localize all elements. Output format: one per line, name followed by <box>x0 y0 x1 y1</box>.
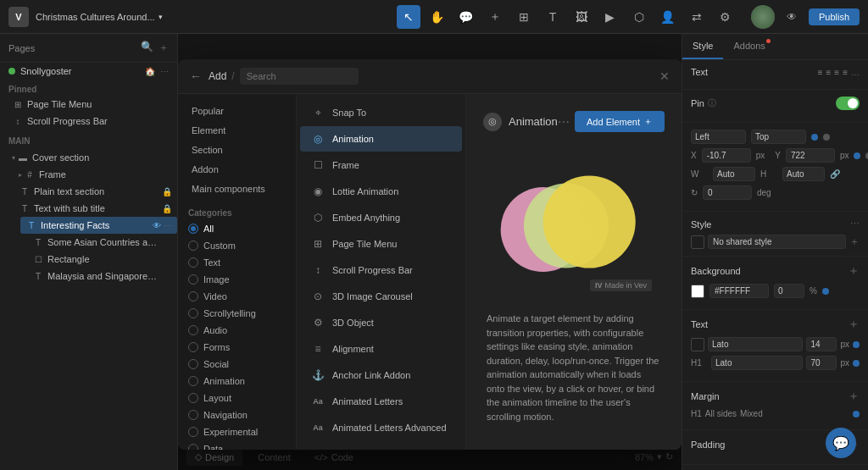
title-chevron-icon[interactable]: ▾ <box>159 13 163 21</box>
style-add-icon[interactable]: ＋ <box>849 235 860 249</box>
addons-tab[interactable]: Addons <box>723 34 775 59</box>
font-color-swatch[interactable] <box>691 338 704 351</box>
y-input[interactable] <box>786 148 835 163</box>
style-select[interactable]: No shared style <box>708 235 846 249</box>
nav-element[interactable]: Element <box>181 121 292 140</box>
x-input[interactable] <box>702 148 751 163</box>
nav-addon[interactable]: Addon <box>181 160 292 179</box>
w-input[interactable] <box>713 167 755 181</box>
add-element-button[interactable]: Add Element ＋ <box>575 111 665 132</box>
list-lottie[interactable]: ◉ Lottie Animation <box>300 179 462 204</box>
cat-data[interactable]: Data <box>178 440 296 450</box>
grid-tool[interactable]: ⊞ <box>512 5 536 29</box>
eye-icon[interactable]: 👁 <box>153 221 161 230</box>
add-tool[interactable]: ＋ <box>483 5 507 29</box>
cat-animation[interactable]: Animation <box>178 373 296 390</box>
cat-audio[interactable]: Audio <box>178 322 296 339</box>
tree-interesting-facts[interactable]: T Interesting Facts 👁 ⋯ <box>20 217 177 234</box>
page-item[interactable]: Snollygoster 🏠 ⋯ <box>0 63 177 80</box>
add-page-icon[interactable]: ＋ <box>159 41 169 55</box>
hand-tool[interactable]: ✋ <box>426 5 449 29</box>
style-more-icon[interactable]: ⋯ <box>850 218 860 229</box>
align-left-icon[interactable]: ≡ <box>818 68 823 77</box>
more-text-icon[interactable]: … <box>851 68 860 77</box>
tree-frame[interactable]: ▸ # Frame <box>14 166 177 183</box>
bg-opacity-input[interactable] <box>774 284 804 298</box>
font-size-2[interactable] <box>806 356 837 370</box>
list-anchor[interactable]: ⚓ Anchor Link Addon <box>300 362 462 388</box>
chat-bubble[interactable]: 💬 <box>826 428 856 458</box>
arrows-tool[interactable]: ⇄ <box>685 5 709 29</box>
align-right-icon[interactable]: ≡ <box>834 68 839 77</box>
bg-color-swatch[interactable] <box>691 285 704 298</box>
page-more-icon[interactable]: ⋯ <box>160 67 169 76</box>
settings-tool[interactable]: ⚙ <box>714 5 737 29</box>
tree-asian[interactable]: T Some Asian Countries ad... <box>27 234 177 251</box>
video-tool[interactable]: ▶ <box>598 5 622 29</box>
list-3d-object[interactable]: ⚙ 3D Object <box>300 310 462 335</box>
rotate-input[interactable] <box>703 185 752 200</box>
font-size-1[interactable] <box>806 337 837 351</box>
cat-video[interactable]: Video <box>178 288 296 305</box>
list-3d-carousel[interactable]: ⊙ 3D Image Carousel <box>300 284 462 309</box>
tree-malaysia-sg[interactable]: T Malaysia and Singapore a... <box>27 268 177 285</box>
comment-tool[interactable]: 💬 <box>454 5 478 29</box>
modal-search-input[interactable] <box>240 68 359 85</box>
align-center-icon[interactable]: ≡ <box>826 68 831 77</box>
h-input[interactable] <box>782 167 825 181</box>
cat-social[interactable]: Social <box>178 356 296 373</box>
pinned-item-scroll-progress[interactable]: ↕ Scroll Progress Bar <box>7 113 177 130</box>
preview-more-icon[interactable]: ⋯ <box>558 115 570 129</box>
tree-rect-1[interactable]: ☐ Rectangle <box>27 251 177 268</box>
tree-plain-text[interactable]: T Plain text section 🔒 <box>14 183 177 200</box>
list-page-tile[interactable]: ⊞ Page Tile Menu <box>300 231 462 257</box>
list-animated-letters-adv[interactable]: Aa Animated Letters Advanced <box>300 415 462 440</box>
cat-text[interactable]: Text <box>178 254 296 271</box>
list-animated-letters[interactable]: Aa Animated Letters <box>300 389 462 414</box>
text-tool[interactable]: T <box>541 5 565 29</box>
bg-color-input[interactable] <box>709 284 769 298</box>
more-icon[interactable]: ⋯ <box>164 221 172 230</box>
cat-scrollytelling[interactable]: Scrollytelling <box>178 305 296 322</box>
list-alignment[interactable]: ≡ Alignment <box>300 336 462 362</box>
list-frame[interactable]: ☐ Frame <box>300 152 462 178</box>
margin-add-icon[interactable]: ＋ <box>848 389 860 404</box>
cat-layout[interactable]: Layout <box>178 390 296 406</box>
font-select-1[interactable]: Lato <box>708 337 803 351</box>
nav-section[interactable]: Section <box>181 141 292 159</box>
cat-navigation[interactable]: Navigation <box>178 406 296 423</box>
list-snap-to[interactable]: ⌖ Snap To <box>300 100 462 125</box>
cat-experimental[interactable]: Experimental <box>178 423 296 440</box>
text-add-icon[interactable]: ＋ <box>848 317 860 332</box>
position-top-select[interactable]: Top <box>751 130 806 144</box>
cat-forms[interactable]: Forms <box>178 339 296 356</box>
pinned-item-page-tile[interactable]: ⊞ Page Tile Menu <box>7 96 177 113</box>
preview-button[interactable]: 👁 <box>780 5 804 29</box>
cat-all[interactable]: All <box>178 220 296 237</box>
font-select-2[interactable]: Lato <box>711 356 803 370</box>
user-tool[interactable]: 👤 <box>656 5 680 29</box>
modal-close-button[interactable]: ✕ <box>659 69 670 83</box>
modal-back-button[interactable]: ← <box>190 69 202 83</box>
tree-cover-section[interactable]: ▾ ▬ Cover section <box>7 149 177 166</box>
list-embed[interactable]: ⬡ Embed Anything <box>300 205 462 230</box>
embed-tool[interactable]: ⬡ <box>627 5 651 29</box>
align-justify-icon[interactable]: ≡ <box>843 68 848 77</box>
pin-toggle[interactable] <box>836 97 860 110</box>
list-scroll-progress[interactable]: ↕ Scroll Progress Bar <box>300 257 462 283</box>
publish-button[interactable]: Publish <box>809 8 860 25</box>
search-icon[interactable]: 🔍 <box>141 41 153 55</box>
list-animation[interactable]: ◎ Animation <box>300 126 462 152</box>
list-animated-words[interactable]: Aa Animated Words <box>300 441 462 450</box>
cursor-tool[interactable]: ↖ <box>397 5 420 29</box>
tree-text-sub[interactable]: T Text with sub title 🔒 <box>14 200 177 217</box>
image-tool[interactable]: 🖼 <box>570 5 593 29</box>
cat-image[interactable]: Image <box>178 271 296 288</box>
nav-main-components[interactable]: Main components <box>181 180 292 198</box>
preview-title: ◎ Animation <box>483 113 558 131</box>
bg-add-icon[interactable]: ＋ <box>848 263 860 279</box>
style-tab[interactable]: Style <box>682 34 723 59</box>
nav-popular[interactable]: Popular <box>181 102 292 120</box>
cat-custom[interactable]: Custom <box>178 237 296 254</box>
position-left-select[interactable]: Left <box>691 130 746 144</box>
